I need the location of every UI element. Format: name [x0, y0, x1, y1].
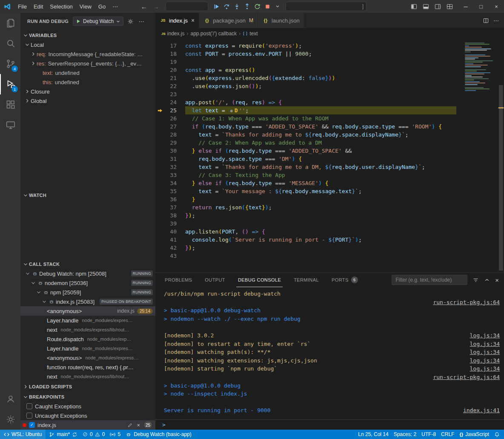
code-text[interactable]: [185, 252, 456, 260]
start-debugging-icon[interactable]: [76, 19, 81, 24]
status-problems[interactable]: 00: [80, 430, 107, 439]
call-stack-frame[interactable]: Layer.handlenode_modules/expres…: [20, 344, 155, 353]
code-text[interactable]: .use(express.json());: [185, 82, 456, 90]
code-text[interactable]: .use(express.urlencoded({extended: false…: [185, 74, 456, 82]
glyph-margin[interactable]: [155, 74, 165, 82]
call-stack-frame[interactable]: Layer.handlenode_modules/expres…: [20, 316, 155, 325]
call-stack-session[interactable]: Debug Watch: npm [25008]RUNNING: [20, 269, 155, 278]
debug-step-over-button[interactable]: [222, 2, 231, 11]
tab-launch-json[interactable]: {}launch.json: [258, 13, 304, 28]
command-center[interactable]: ]: [286, 2, 367, 11]
code-text[interactable]: console.log(`Server is running in port -…: [185, 236, 456, 244]
glyph-margin[interactable]: [155, 203, 165, 211]
toggle-panel-icon[interactable]: [421, 1, 431, 11]
section-call-stack[interactable]: CALL STACK: [20, 259, 155, 269]
panel-tab-debug-console[interactable]: DEBUG CONSOLE: [236, 273, 283, 287]
split-editor-icon[interactable]: [483, 17, 489, 24]
activity-extensions-icon[interactable]: [0, 94, 20, 115]
call-stack-frame[interactable]: nextnode_modules/express/lib/rout…: [20, 325, 155, 334]
panel-tab-ports[interactable]: PORTS5: [330, 273, 360, 287]
code-text[interactable]: });: [185, 211, 456, 220]
launch-config-select[interactable]: Debug Watch: [73, 17, 123, 26]
console-source-link[interactable]: log.js:34: [470, 340, 500, 348]
call-stack-frame[interactable]: nextnode_modules/express/lib/rout…: [20, 372, 155, 381]
status-indentation[interactable]: Spaces: 2: [391, 430, 419, 439]
console-source-link[interactable]: index.js:41: [463, 406, 500, 415]
glyph-margin[interactable]: [155, 123, 165, 131]
debug-continue-button[interactable]: [212, 2, 221, 11]
glyph-margin[interactable]: [155, 114, 165, 123]
code-text[interactable]: // Case 2: When App was added to a DM: [185, 139, 456, 147]
breadcrumb-item[interactable]: app.post('/') callback: [190, 31, 237, 37]
status-ports[interactable]: 5: [107, 430, 123, 439]
scope-row[interactable]: Closure: [20, 87, 155, 96]
menu-view[interactable]: View: [76, 3, 95, 10]
breakpoint-row[interactable]: ✓index.js×25: [20, 420, 155, 430]
customize-layout-icon[interactable]: [444, 1, 455, 11]
code-text[interactable]: });: [185, 244, 456, 252]
section-watch[interactable]: WATCH: [20, 190, 155, 200]
debug-toolbar-chevron-down-icon[interactable]: [273, 2, 282, 11]
activity-remote-explorer-icon[interactable]: [0, 115, 20, 135]
menu-more-icon[interactable]: ⋯: [109, 3, 121, 10]
code-text[interactable]: const app = express(): [185, 66, 456, 74]
call-stack-session[interactable]: nodemon [25036]RUNNING: [20, 278, 155, 288]
glyph-margin[interactable]: [155, 211, 165, 220]
panel-tab-terminal[interactable]: TERMINAL: [292, 273, 321, 287]
editor-more-icon[interactable]: ⋯: [493, 17, 499, 24]
tab-package-json[interactable]: {}package.jsonM: [199, 13, 258, 28]
code-text[interactable]: text = `Thanks for adding me to ${req.bo…: [185, 131, 456, 139]
glyph-margin[interactable]: [155, 98, 165, 106]
variable-row[interactable]: res:ServerResponse {_events: {…}, _ev…: [20, 59, 155, 68]
glyph-margin[interactable]: [155, 155, 165, 163]
glyph-margin[interactable]: [155, 228, 165, 236]
code-text[interactable]: // Case 1: When App was added to the ROO…: [185, 114, 456, 123]
breadcrumb-item[interactable]: JSindex.js: [161, 31, 184, 37]
status-notifications[interactable]: [492, 430, 502, 439]
glyph-margin[interactable]: [155, 58, 165, 66]
glyph-margin[interactable]: [155, 131, 165, 139]
close-window-icon[interactable]: ×: [489, 0, 504, 13]
glyph-margin[interactable]: [155, 139, 165, 147]
call-stack-frame[interactable]: function router(req, res, next) {.pr…: [20, 362, 155, 372]
status-language[interactable]: {}JavaScript: [457, 430, 492, 439]
debug-restart-button[interactable]: [252, 2, 262, 11]
code-text[interactable]: [185, 58, 456, 66]
glyph-margin[interactable]: [155, 179, 165, 187]
code-text[interactable]: const PORT = process.env.PORT || 9000;: [185, 50, 456, 58]
call-stack-frame[interactable]: <anonymous>node_modules/express…: [20, 353, 155, 362]
console-source-link[interactable]: run-script-pkg.js:64: [433, 298, 500, 307]
section-breakpoints[interactable]: BREAKPOINTS: [20, 391, 155, 402]
code-text[interactable]: text = `Your message : ${req.body.messag…: [185, 187, 456, 195]
code-text[interactable]: [185, 220, 456, 228]
minimize-icon[interactable]: ─: [458, 0, 473, 13]
status-debug-status[interactable]: Debug Watch (basic-app): [123, 430, 194, 439]
call-stack-session[interactable]: npm [25059]RUNNING: [20, 288, 155, 297]
status-remote[interactable]: WSL: Ubuntu: [0, 430, 46, 439]
call-stack-frame[interactable]: Route.dispatchnode_modules/exp…: [20, 334, 155, 344]
call-stack-frame[interactable]: <anonymous>index.js25:14: [20, 306, 155, 316]
menu-file[interactable]: File: [14, 3, 30, 10]
activity-search-icon[interactable]: [0, 33, 20, 54]
console-source-link[interactable]: log.js:34: [470, 331, 500, 340]
glyph-margin[interactable]: [155, 50, 165, 58]
menu-go[interactable]: Go: [95, 3, 109, 10]
current-line-arrow-icon[interactable]: [155, 106, 165, 114]
menu-edit[interactable]: Edit: [30, 3, 46, 10]
toggle-sidebar-icon[interactable]: [409, 1, 419, 11]
menu-selection[interactable]: Selection: [46, 3, 76, 10]
code-text[interactable]: app.listen(PORT, () => {: [185, 228, 456, 236]
status-branch[interactable]: main*: [46, 430, 80, 439]
glyph-margin[interactable]: [155, 147, 165, 155]
editor-scrollbar[interactable]: [498, 39, 504, 272]
status-cursor-position[interactable]: Ln 25, Col 14: [355, 430, 391, 439]
breakpoint-row[interactable]: Uncaught Exceptions: [20, 411, 155, 420]
code-text[interactable]: [185, 90, 456, 98]
close-panel-icon[interactable]: ×: [495, 277, 499, 284]
glyph-margin[interactable]: [155, 187, 165, 195]
activity-explorer-icon[interactable]: [0, 13, 20, 33]
status-eol[interactable]: CRLF: [438, 430, 457, 439]
breakpoint-checkbox[interactable]: [26, 403, 32, 409]
console-source-link[interactable]: run-script-pkg.js:64: [433, 373, 500, 382]
panel-tab-problems[interactable]: PROBLEMS: [163, 273, 194, 287]
